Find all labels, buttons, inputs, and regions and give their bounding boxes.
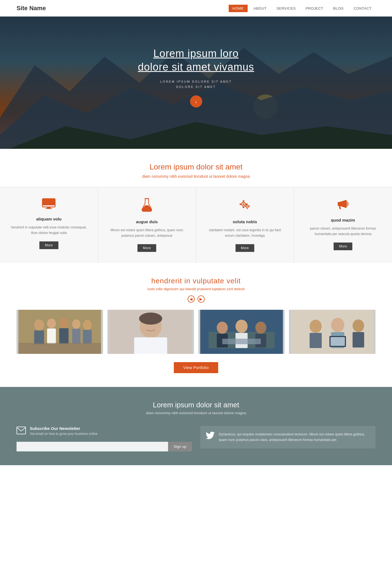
signup-button[interactable]: Sign up	[168, 442, 192, 451]
newsletter-col: Subscribe Our Newsletter Via email on ho…	[17, 426, 192, 451]
svg-point-51	[235, 320, 247, 333]
hero-title: Lorem ipsum loro dolore sit amet vivamus	[138, 47, 254, 74]
feature-title-1: augue duis	[106, 219, 188, 224]
feature-card-1: augue duis Mirum est notare quam littera…	[98, 187, 196, 263]
svg-rect-14	[45, 208, 52, 209]
svg-rect-12	[42, 199, 55, 205]
features-intro-heading: Lorem ipsum dolor sit amet	[6, 163, 386, 171]
svg-rect-20	[243, 200, 244, 202]
hero-subtitle: LOREM IPSUM DOLORE SIT AMET DOLORE SIT A…	[138, 79, 254, 90]
navbar: Site Name HOME ABOUT SERVICES PROJECT BL…	[0, 0, 392, 17]
svg-rect-37	[72, 329, 80, 344]
svg-point-34	[59, 318, 69, 328]
svg-rect-39	[83, 330, 92, 344]
svg-rect-21	[243, 207, 244, 208]
flask-icon	[106, 198, 188, 214]
nav-menu: HOME ABOUT SERVICES PROJECT BLOG CONTACT	[229, 6, 375, 11]
newsletter-subtitle: Via email on how to grow your business o…	[30, 432, 98, 436]
portfolio-desc: iusto odio dignissim qui blandit praesen…	[17, 287, 375, 291]
nav-link-about[interactable]: ABOUT	[250, 5, 271, 12]
svg-point-58	[310, 320, 322, 333]
svg-rect-15	[145, 198, 149, 199]
svg-rect-46	[109, 310, 192, 354]
portfolio-prev-button[interactable]: ◀	[188, 295, 195, 303]
bottom-two-col: Subscribe Our Newsletter Via email on ho…	[17, 426, 375, 451]
svg-point-53	[255, 322, 266, 334]
feature-desc-2: claritatem insitam. est usus legentis in…	[204, 227, 286, 239]
newsletter-form: Sign up	[17, 442, 192, 451]
svg-point-17	[243, 203, 244, 205]
svg-rect-40	[18, 343, 101, 354]
nav-link-project[interactable]: PROJECT	[302, 5, 327, 12]
nav-item-project[interactable]: PROJECT	[302, 6, 327, 11]
portfolio-title: hendrerit in vulputate velit iusto odio …	[17, 277, 375, 291]
bottom-heading: Lorem ipsum dolor sit amet	[17, 401, 375, 409]
bottom-desc: diam nonummy nibh euismod tincidunt ut l…	[17, 411, 375, 415]
portfolio-grid	[17, 310, 375, 354]
more-button-1[interactable]: More	[137, 244, 156, 252]
nav-link-contact[interactable]: CONTACT	[350, 5, 375, 12]
hero-content: Lorem ipsum loro dolore sit amet vivamus…	[138, 47, 254, 107]
more-button-2[interactable]: More	[236, 244, 255, 252]
twitter-col: Dynamicus, qui sequitur mutationem consu…	[200, 426, 376, 448]
scroll-down-button[interactable]: ↓	[190, 95, 202, 107]
features-intro-desc: diam nonummy nibh euismod tincidunt ut l…	[6, 174, 386, 179]
portfolio-item-0[interactable]	[17, 310, 103, 354]
gears-icon	[204, 198, 286, 214]
mail-icon	[17, 427, 26, 436]
newsletter-header-text: Subscribe Our Newsletter Via email on ho…	[30, 426, 98, 436]
svg-rect-66	[17, 427, 26, 434]
svg-point-49	[217, 322, 228, 334]
nav-link-blog[interactable]: BLOG	[329, 5, 348, 12]
feature-card-0: aliquam volu hendrerit in vulputate veli…	[0, 187, 98, 263]
nav-link-services[interactable]: SERVICES	[273, 5, 300, 12]
svg-rect-31	[34, 330, 44, 344]
portfolio-item-3[interactable]	[289, 310, 375, 354]
newsletter-input[interactable]	[17, 442, 168, 451]
twitter-icon	[206, 432, 215, 441]
nav-item-blog[interactable]: BLOG	[329, 6, 348, 11]
more-button-0[interactable]: More	[39, 241, 58, 249]
svg-point-36	[72, 319, 80, 329]
svg-rect-28	[338, 202, 340, 206]
nav-item-about[interactable]: ABOUT	[250, 6, 271, 11]
svg-point-62	[353, 319, 364, 332]
portfolio-item-1[interactable]	[107, 310, 194, 354]
features-grid: aliquam volu hendrerit in vulputate veli…	[0, 187, 392, 263]
svg-rect-55	[222, 339, 261, 344]
portfolio-next-button[interactable]: ▶	[198, 295, 205, 303]
nav-item-services[interactable]: SERVICES	[273, 6, 300, 11]
svg-point-60	[331, 318, 344, 332]
svg-point-19	[247, 206, 248, 207]
svg-rect-25	[247, 208, 248, 209]
svg-rect-27	[249, 206, 250, 207]
newsletter-title: Subscribe Our Newsletter	[30, 426, 98, 431]
svg-point-38	[83, 320, 92, 330]
svg-rect-33	[47, 328, 56, 344]
feature-card-3: quod mazim parum claram, anteposuerit li…	[294, 187, 392, 263]
feature-title-3: quod mazim	[302, 218, 384, 222]
portfolio-heading: hendrerit in vulputate velit	[17, 277, 375, 285]
twitter-text: Dynamicus, qui sequitur mutationem consu…	[219, 432, 370, 443]
view-portfolio-button[interactable]: View Portfolio	[174, 362, 218, 373]
portfolio-nav: ◀ ▶	[17, 295, 375, 303]
bottom-section-title: Lorem ipsum dolor sit amet diam nonummy …	[17, 401, 375, 415]
svg-point-30	[34, 319, 44, 330]
bottom-section: Lorem ipsum dolor sit amet diam nonummy …	[0, 387, 392, 465]
newsletter-header: Subscribe Our Newsletter Via email on ho…	[17, 426, 192, 436]
feature-card-2: soluta nobis claritatem insitam. est usu…	[196, 187, 294, 263]
feature-title-2: soluta nobis	[204, 219, 286, 224]
nav-item-contact[interactable]: CONTACT	[350, 6, 375, 11]
portfolio-image-2	[198, 310, 285, 354]
more-button-3[interactable]: More	[334, 243, 353, 250]
monitor-icon	[8, 198, 90, 212]
nav-link-home[interactable]: HOME	[229, 5, 248, 12]
svg-point-32	[47, 319, 56, 328]
feature-desc-1: Mirum est notare quam littera gothica, q…	[106, 227, 188, 239]
nav-item-home[interactable]: HOME	[229, 6, 248, 11]
megaphone-icon	[302, 198, 384, 213]
site-brand[interactable]: Site Name	[17, 5, 46, 12]
svg-rect-24	[247, 204, 248, 204]
portfolio-item-2[interactable]	[198, 310, 285, 354]
svg-rect-26	[245, 206, 246, 207]
